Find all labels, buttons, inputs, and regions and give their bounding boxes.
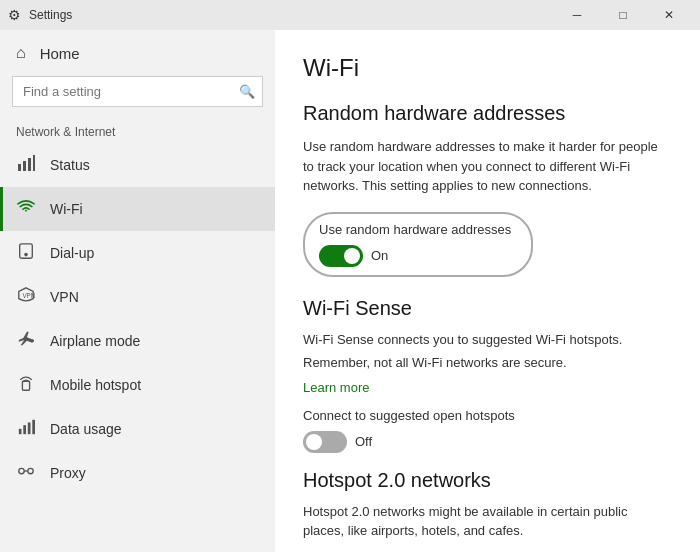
svg-rect-1: [23, 161, 26, 171]
hotspot-section-title: Hotspot 2.0 networks: [303, 469, 672, 492]
sidebar-item-mobilehotspot[interactable]: Mobile hotspot: [0, 363, 275, 407]
sidebar-item-mobilehotspot-label: Mobile hotspot: [50, 377, 141, 393]
random-toggle-state: On: [371, 248, 388, 263]
vpn-icon: VPN: [16, 286, 36, 308]
svg-text:VPN: VPN: [22, 292, 35, 299]
connect-toggle-track[interactable]: [303, 431, 347, 453]
sidebar-item-datausage-label: Data usage: [50, 421, 122, 437]
sidebar-home[interactable]: ⌂ Home: [0, 30, 275, 76]
svg-rect-10: [28, 423, 31, 435]
dialup-icon: [16, 242, 36, 264]
random-toggle-title: Use random hardware addresses: [319, 222, 511, 237]
svg-point-12: [19, 468, 24, 473]
sidebar-item-dialup[interactable]: Dial-up: [0, 231, 275, 275]
main-content: Wi-Fi Random hardware addresses Use rand…: [275, 30, 700, 552]
sidebar-item-datausage[interactable]: Data usage: [0, 407, 275, 451]
airplane-icon: [16, 330, 36, 352]
sidebar-item-wifi-label: Wi-Fi: [50, 201, 83, 217]
home-icon: ⌂: [16, 44, 26, 62]
svg-rect-9: [23, 425, 26, 434]
sidebar-item-vpn-label: VPN: [50, 289, 79, 305]
sidebar-item-wifi[interactable]: Wi-Fi: [0, 187, 275, 231]
svg-rect-8: [19, 429, 22, 434]
sidebar-item-status[interactable]: Status: [0, 143, 275, 187]
wifisense-security-note: Remember, not all Wi-Fi networks are sec…: [303, 355, 672, 370]
page-title: Wi-Fi: [303, 54, 672, 82]
sidebar-item-proxy[interactable]: Proxy: [0, 451, 275, 495]
svg-rect-7: [22, 381, 29, 390]
hotspot-section-desc: Hotspot 2.0 networks might be available …: [303, 502, 672, 541]
app-body: ⌂ Home 🔍 Network & Internet Status: [0, 30, 700, 552]
wifisense-desc: Wi-Fi Sense connects you to suggested Wi…: [303, 332, 672, 347]
connect-label: Connect to suggested open hotspots: [303, 408, 672, 423]
mobilehotspot-icon: [16, 374, 36, 396]
datausage-icon: [16, 418, 36, 440]
status-icon: [16, 154, 36, 176]
random-section-desc: Use random hardware addresses to make it…: [303, 137, 672, 196]
wifisense-section-title: Wi-Fi Sense: [303, 297, 672, 320]
svg-rect-0: [18, 164, 21, 171]
sidebar-item-dialup-label: Dial-up: [50, 245, 94, 261]
connect-toggle-thumb: [306, 434, 322, 450]
svg-point-13: [28, 468, 33, 473]
svg-rect-3: [33, 155, 35, 171]
svg-rect-11: [32, 420, 35, 434]
maximize-button[interactable]: □: [600, 0, 646, 30]
sidebar-item-airplane[interactable]: Airplane mode: [0, 319, 275, 363]
random-section-title: Random hardware addresses: [303, 102, 672, 125]
app-title: Settings: [29, 8, 72, 22]
random-toggle-thumb: [344, 248, 360, 264]
sidebar-item-vpn[interactable]: VPN VPN: [0, 275, 275, 319]
settings-icon: ⚙: [8, 7, 21, 23]
search-input[interactable]: [12, 76, 263, 107]
close-button[interactable]: ✕: [646, 0, 692, 30]
wifi-icon: [16, 198, 36, 220]
connect-toggle-switch[interactable]: Off: [303, 431, 372, 453]
connect-toggle-state: Off: [355, 434, 372, 449]
title-bar: ⚙ Settings ─ □ ✕: [0, 0, 700, 30]
sidebar-item-airplane-label: Airplane mode: [50, 333, 140, 349]
search-box: 🔍: [12, 76, 263, 107]
svg-rect-2: [28, 158, 31, 171]
toggle-highlight: Use random hardware addresses On: [303, 212, 533, 277]
sidebar-section-label: Network & Internet: [0, 117, 275, 143]
sidebar: ⌂ Home 🔍 Network & Internet Status: [0, 30, 275, 552]
search-icon: 🔍: [239, 84, 255, 99]
minimize-button[interactable]: ─: [554, 0, 600, 30]
proxy-icon: [16, 462, 36, 484]
learn-more-link[interactable]: Learn more: [303, 380, 369, 395]
svg-point-5: [24, 253, 28, 257]
sidebar-item-proxy-label: Proxy: [50, 465, 86, 481]
random-toggle-switch[interactable]: On: [319, 245, 511, 267]
title-bar-controls: ─ □ ✕: [554, 0, 692, 30]
random-toggle-track[interactable]: [319, 245, 363, 267]
title-bar-left: ⚙ Settings: [8, 7, 72, 23]
home-label: Home: [40, 45, 80, 62]
sidebar-item-status-label: Status: [50, 157, 90, 173]
